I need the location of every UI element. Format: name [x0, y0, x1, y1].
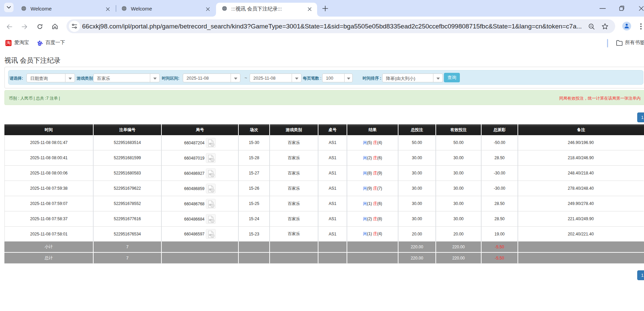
- svg-text:du: du: [38, 43, 41, 45]
